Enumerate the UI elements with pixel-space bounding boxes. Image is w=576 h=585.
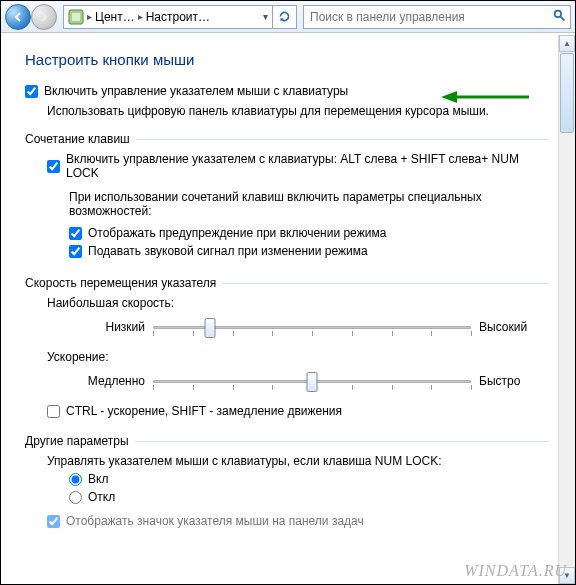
- chevron-right-icon: ▸: [138, 11, 143, 22]
- accel-label: Ускорение:: [47, 350, 549, 364]
- chevron-down-icon[interactable]: ▾: [263, 11, 268, 22]
- max-speed-label: Наибольшая скорость:: [47, 296, 549, 310]
- enable-mouse-keys-label: Включить управление указателем мыши с кл…: [44, 84, 348, 98]
- accel-high-label: Быстро: [479, 374, 549, 388]
- numlock-off-label: Откл: [88, 490, 115, 504]
- shortcut-subdesc: При использовании сочетаний клавиш включ…: [69, 190, 549, 218]
- search-icon: [553, 9, 566, 25]
- numlock-on-label: Вкл: [88, 472, 108, 486]
- breadcrumb-bar[interactable]: ▸ Цент… ▸ Настроит… ▾: [63, 5, 273, 29]
- speed-slider[interactable]: [153, 314, 471, 340]
- content-area: Настроить кнопки мыши Включить управлени…: [7, 35, 565, 542]
- speed-high-label: Высокий: [479, 320, 549, 334]
- page-title: Настроить кнопки мыши: [25, 51, 549, 68]
- section-shortcut-heading: Сочетание клавиш: [25, 132, 130, 146]
- warn-on-enable-label: Отображать предупреждение при включении …: [88, 226, 386, 240]
- svg-line-3: [560, 16, 564, 20]
- beep-on-change-label: Подавать звуковой сигнал при изменении р…: [88, 244, 368, 258]
- search-box[interactable]: [303, 5, 571, 29]
- section-other-heading: Другие параметры: [25, 434, 129, 448]
- accel-slider[interactable]: [153, 368, 471, 394]
- section-speed-heading: Скорость перемещения указателя: [25, 276, 216, 290]
- accel-low-label: Медленно: [65, 374, 145, 388]
- chevron-right-icon: ▸: [87, 11, 92, 22]
- enable-mouse-keys-checkbox[interactable]: [25, 85, 38, 98]
- breadcrumb-item[interactable]: Настроит…: [146, 10, 210, 24]
- numlock-off-radio[interactable]: [69, 491, 82, 504]
- search-input[interactable]: [308, 9, 549, 25]
- control-panel-icon: [68, 9, 84, 25]
- svg-point-2: [555, 10, 562, 17]
- show-tray-icon-label: Отображать значок указателя мыши на пане…: [66, 514, 364, 528]
- warn-on-enable-checkbox[interactable]: [69, 227, 82, 240]
- numlock-on-radio[interactable]: [69, 473, 82, 486]
- enable-mouse-keys-description: Использовать цифровую панель клавиатуры …: [47, 104, 549, 118]
- enable-shortcut-checkbox[interactable]: [47, 160, 60, 173]
- breadcrumb-item[interactable]: Цент…: [95, 10, 135, 24]
- divider: [136, 139, 549, 140]
- speed-low-label: Низкий: [65, 320, 145, 334]
- svg-rect-1: [72, 13, 80, 21]
- nav-forward-button[interactable]: [31, 4, 57, 30]
- divider: [222, 283, 549, 284]
- beep-on-change-checkbox[interactable]: [69, 245, 82, 258]
- nav-back-button[interactable]: [5, 4, 31, 30]
- ctrl-shift-modifier-checkbox[interactable]: [47, 405, 60, 418]
- divider: [135, 441, 549, 442]
- ctrl-shift-modifier-label: CTRL - ускорение, SHIFT - замедление дви…: [66, 404, 342, 418]
- numlock-label: Управлять указателем мыши с клавиатуры, …: [47, 454, 549, 468]
- show-tray-icon-checkbox[interactable]: [47, 515, 60, 528]
- refresh-button[interactable]: [273, 5, 297, 29]
- navigation-bar: ▸ Цент… ▸ Настроит… ▾: [1, 1, 575, 33]
- enable-shortcut-label: Включить управление указателем с клавиат…: [66, 152, 549, 180]
